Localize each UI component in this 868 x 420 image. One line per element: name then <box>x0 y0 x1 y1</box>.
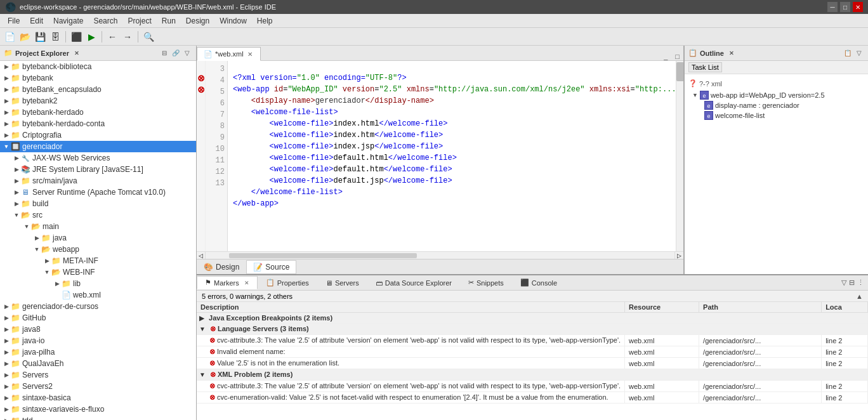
tree-item-web-inf[interactable]: ▼ 📂 WEB-INF <box>0 266 196 278</box>
view-menu-button[interactable]: ▽ <box>182 48 192 58</box>
source-tab[interactable]: 📝 Source <box>246 260 296 274</box>
outline-item-welcome-file-list[interactable]: e welcome-file-list <box>687 110 865 121</box>
group-language-servers[interactable]: ▼ ⊗ Language Servers (3 items) <box>197 324 868 335</box>
toolbar-new[interactable]: 📄 <box>3 30 16 44</box>
link-editor-button[interactable]: 🔗 <box>171 48 181 58</box>
tree-item-bytebank-encapsulado[interactable]: ▶ 📁 byteBank_encapsulado <box>0 84 196 95</box>
problem-row-1[interactable]: ⊗ cvc-attribute.3: The value '2.5' of at… <box>197 335 868 346</box>
tree-item-src[interactable]: ▼ 📂 src <box>0 209 196 221</box>
collapse-all-bottom-button[interactable]: ⊟ <box>849 279 855 287</box>
tree-item-bytebank2[interactable]: ▶ 📁 bytebank2 <box>0 95 196 107</box>
menu-navigate[interactable]: Navigate <box>48 15 88 27</box>
tree-item-criptografia[interactable]: ▶ 📁 Criptografia <box>0 129 196 141</box>
outline-panel: 📋 Outline ✕ 📋 ▽ Task List <box>684 46 868 274</box>
tree-item-jax-ws[interactable]: ▶ 🔧 JAX-WS Web Services <box>0 152 196 164</box>
path-2: /gerenciador/src/... <box>699 346 822 358</box>
toolbar-back[interactable]: ← <box>105 30 119 44</box>
outline-item-display-name[interactable]: e display-name : gerenciador <box>687 100 865 110</box>
tree-item-java-io[interactable]: ▶ 📁 java-io <box>0 335 196 346</box>
menu-edit[interactable]: Edit <box>25 15 48 27</box>
tree-item-lib[interactable]: ▶ 📁 lib <box>0 278 196 289</box>
outline-item-webapp[interactable]: ▼ e web-app id=WebApp_ID version=2.5 <box>687 90 865 100</box>
tree-item-tdd[interactable]: ▶ 📁 tdd <box>0 415 196 420</box>
menu-project[interactable]: Project <box>122 15 156 27</box>
toolbar-forward[interactable]: → <box>121 30 135 44</box>
tree-item-java[interactable]: ▶ 📁 java <box>0 232 196 244</box>
tab-label: *web.xml <box>215 50 244 58</box>
tree-item-github[interactable]: ▶ 📁 GitHub <box>0 312 196 324</box>
snippets-tab[interactable]: ✂ Snippets <box>460 276 512 289</box>
maximize-button[interactable]: □ <box>840 2 850 12</box>
minimize-button[interactable]: ─ <box>827 2 838 12</box>
collapse-all-button[interactable]: ⊟ <box>159 48 169 58</box>
toolbar-debug[interactable]: ⬛ <box>69 30 83 44</box>
outline-xml-icon: ❓ <box>688 79 697 88</box>
tree-item-java8[interactable]: ▶ 📁 java8 <box>0 324 196 335</box>
menu-design[interactable]: Design <box>181 15 214 27</box>
tree-item-bytebank-herdado[interactable]: ▶ 📁 bytebank-herdado <box>0 107 196 118</box>
properties-tab[interactable]: 📋 Properties <box>258 276 317 289</box>
toolbar-save-all[interactable]: 🗄 <box>48 30 62 44</box>
menu-help[interactable]: Help <box>252 15 278 27</box>
data-source-explorer-tab[interactable]: 🗃 Data Source Explorer <box>367 277 460 289</box>
outline-tab-label[interactable]: Task List <box>688 62 722 72</box>
editor-vertical-scrollbar[interactable] <box>676 61 683 251</box>
toolbar-open[interactable]: 📂 <box>18 30 32 44</box>
tree-item-meta-inf[interactable]: ▶ 📁 META-INF <box>0 255 196 266</box>
menu-search[interactable]: Search <box>88 15 122 27</box>
tree-item-servers[interactable]: ▶ 📁 Servers <box>0 369 196 381</box>
problem-row-2[interactable]: ⊗ Invalid element name: web.xml /gerenci… <box>197 346 868 358</box>
group-java-exceptions[interactable]: ▶ Java Exception Breakpoints (2 items) <box>197 313 868 324</box>
tree-item-bytebank-herdado-conta[interactable]: ▶ 📁 bytebank-herdado-conta <box>0 118 196 129</box>
servers-tab[interactable]: 🖥 Servers <box>317 277 367 289</box>
tree-item-sintaxe-basica[interactable]: ▶ 📁 sintaxe-basica <box>0 392 196 404</box>
editor-tab-web-xml[interactable]: 📄 *web.xml ✕ <box>197 47 261 61</box>
group-xml-problem[interactable]: ▼ ⊗ XML Problem (2 items) <box>197 369 868 381</box>
tree-item-server-runtime[interactable]: ▶ 🖥 Server Runtime (Apache Tomcat v10.0) <box>0 187 196 198</box>
toolbar-save[interactable]: 💾 <box>33 30 47 44</box>
tree-item-webapp[interactable]: ▼ 📂 webapp <box>0 244 196 255</box>
tree-item-qualjavaeh[interactable]: ▶ 📁 QualJavaEh <box>0 358 196 369</box>
menu-file[interactable]: File <box>3 15 25 27</box>
menu-run[interactable]: Run <box>157 15 181 27</box>
outline-close-icon[interactable]: ✕ <box>729 50 734 56</box>
tree-item-gerenciador-de-cursos[interactable]: ▶ 📁 gerenciador-de-cursos <box>0 301 196 312</box>
tree-item-java-pilha[interactable]: ▶ 📁 java-pilha <box>0 346 196 358</box>
maximize-editor-button[interactable]: □ <box>671 53 683 60</box>
close-button[interactable]: ✕ <box>853 2 863 12</box>
tree-item-sintaxe-variaveis[interactable]: ▶ 📁 sintaxe-variaveis-e-fluxo <box>0 404 196 415</box>
sort-button[interactable]: ▲ <box>856 292 863 300</box>
task-list-button[interactable]: 📋 <box>843 48 853 58</box>
editor-horizontal-scrollbar[interactable]: ◁ ▷ <box>197 251 683 259</box>
project-explorer-close-icon[interactable]: ✕ <box>74 50 79 56</box>
code-content[interactable]: <?xml version="1.0" encoding="UTF-8"?> <… <box>228 61 676 251</box>
toolbar-run[interactable]: ▶ <box>84 30 98 44</box>
filter-button[interactable]: ▽ <box>841 279 846 287</box>
design-tab[interactable]: 🎨 Design <box>197 260 246 274</box>
project-explorer-icon: 📁 <box>4 49 13 57</box>
tree-item-servers2[interactable]: ▶ 📁 Servers2 <box>0 381 196 392</box>
outline-subtabs: Task List <box>685 61 868 74</box>
minimize-editor-button[interactable]: _ <box>660 53 671 60</box>
toolbar-search[interactable]: 🔍 <box>141 30 155 44</box>
problem-row-5[interactable]: ⊗ cvc-enumeration-valid: Value '2.5' is … <box>197 392 868 404</box>
markers-close[interactable]: ✕ <box>244 280 249 286</box>
tree-item-src-main-java[interactable]: ▶ 📁 src/main/java <box>0 175 196 187</box>
tab-close-button[interactable]: ✕ <box>246 51 254 58</box>
console-tab[interactable]: ⬛ Console <box>512 276 565 289</box>
bottom-menu-button[interactable]: ⋮ <box>857 279 864 287</box>
outline-menu-button[interactable]: ▽ <box>854 48 864 58</box>
error-icon-group-2: ⊗ <box>210 371 216 378</box>
resource-3: web.xml <box>625 358 699 369</box>
tree-item-bytebanck-biblioteca[interactable]: ▶ 📁 bytebanck-biblioteca <box>0 61 196 72</box>
tree-item-main[interactable]: ▼ 📂 main <box>0 221 196 232</box>
tree-item-gerenciador[interactable]: ▼ 🔲 gerenciador <box>0 141 196 152</box>
problem-row-4[interactable]: ⊗ cvc-attribute.3: The value '2.5' of at… <box>197 381 868 392</box>
markers-tab[interactable]: ⚑ Markers ✕ <box>197 276 258 289</box>
tree-item-build[interactable]: ▶ 📁 build <box>0 198 196 209</box>
menu-window[interactable]: Window <box>214 15 252 27</box>
tree-item-web-xml[interactable]: 📄 web.xml <box>0 289 196 301</box>
tree-item-bytebank[interactable]: ▶ 📁 bytebank <box>0 72 196 84</box>
problem-row-3[interactable]: ⊗ Value '2.5' is not in the enumeration … <box>197 358 868 369</box>
tree-item-jre[interactable]: ▶ 📚 JRE System Library [JavaSE-11] <box>0 164 196 175</box>
